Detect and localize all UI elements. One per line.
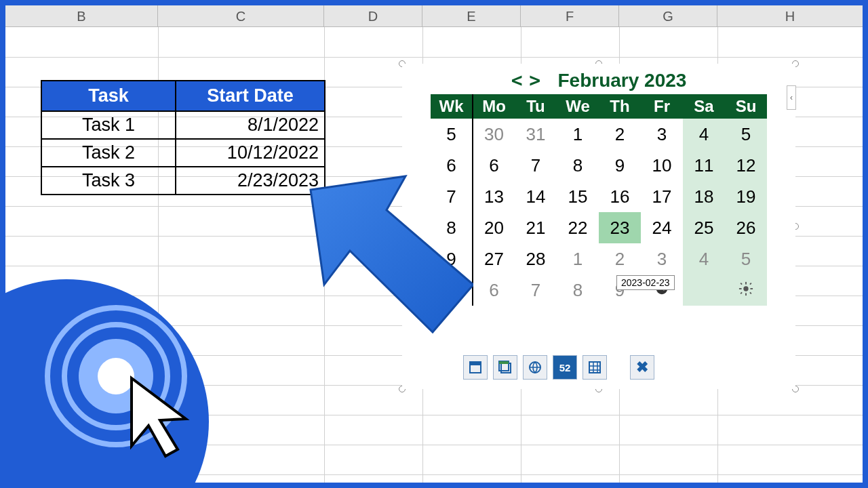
calendar-day bbox=[683, 274, 725, 306]
calendar-grid: WkMoTuWeThFrSaSu530311234566789101112713… bbox=[431, 94, 767, 306]
svg-point-1 bbox=[743, 286, 748, 291]
task-cell[interactable]: Task 3 bbox=[41, 167, 176, 195]
calendar-day[interactable]: 21 bbox=[515, 212, 557, 243]
gear-icon[interactable] bbox=[738, 280, 753, 300]
svg-rect-11 bbox=[470, 362, 481, 365]
table-row[interactable]: Task 3 2/23/2023 bbox=[41, 167, 325, 195]
svg-rect-8 bbox=[749, 283, 751, 285]
calendar-day[interactable]: 11 bbox=[683, 150, 725, 181]
task-cell[interactable]: Task 2 bbox=[41, 139, 176, 167]
dow-header: Th bbox=[599, 94, 641, 119]
svg-rect-3 bbox=[745, 293, 747, 296]
calendar-day[interactable]: 6 bbox=[473, 150, 515, 181]
date-cell[interactable]: 2/23/2023 bbox=[176, 167, 325, 195]
week-number-button[interactable]: 52 bbox=[553, 355, 577, 380]
collapse-toggle[interactable]: ‹ bbox=[787, 85, 796, 110]
calendar-day[interactable]: 1 bbox=[557, 119, 599, 150]
calendar-day[interactable]: 13 bbox=[473, 181, 515, 212]
date-cell[interactable]: 8/1/2022 bbox=[176, 111, 325, 139]
calendar-day[interactable]: 7 bbox=[515, 150, 557, 181]
startdate-header: Start Date bbox=[176, 81, 325, 111]
calendar-day[interactable]: 16 bbox=[599, 181, 641, 212]
calendar-day[interactable]: 6 bbox=[473, 274, 515, 306]
next-month-button[interactable]: > bbox=[529, 69, 542, 92]
calendar-day[interactable]: 2 bbox=[599, 119, 641, 150]
calendar-day[interactable]: 8 bbox=[557, 274, 599, 306]
col-head-f[interactable]: F bbox=[521, 5, 619, 26]
calendar-toolbar: 52 ✖ bbox=[463, 355, 654, 380]
calendar-day[interactable]: 5 bbox=[725, 243, 767, 274]
dow-header: Mo bbox=[473, 94, 515, 119]
date-cell[interactable]: 10/12/2022 bbox=[176, 139, 325, 167]
calendar-month-label[interactable]: February 2023 bbox=[557, 70, 686, 91]
col-head-c[interactable]: C bbox=[158, 5, 324, 26]
calendar-day[interactable]: 8 bbox=[557, 150, 599, 181]
calendar-day[interactable]: 22 bbox=[557, 212, 599, 243]
calendar-day[interactable]: 31 bbox=[515, 119, 557, 150]
table-row[interactable]: Task 1 8/1/2022 bbox=[41, 111, 325, 139]
calendar-day[interactable]: 30 bbox=[473, 119, 515, 150]
calendar-day[interactable]: 18 bbox=[683, 181, 725, 212]
task-cell[interactable]: Task 1 bbox=[41, 111, 176, 139]
globe-button[interactable] bbox=[523, 355, 547, 380]
dow-header: Tu bbox=[515, 94, 557, 119]
calendar-day[interactable]: 25 bbox=[683, 212, 725, 243]
col-head-e[interactable]: E bbox=[422, 5, 521, 26]
task-table: Task Start Date Task 1 8/1/2022 Task 2 1… bbox=[41, 80, 326, 195]
calendar-day[interactable]: 3 bbox=[641, 119, 683, 150]
calendar-day[interactable]: 27 bbox=[473, 243, 515, 274]
calendar-day[interactable]: 20 bbox=[473, 212, 515, 243]
calendar-day[interactable]: 2 bbox=[599, 243, 641, 274]
table-row[interactable]: Task 2 10/12/2022 bbox=[41, 139, 325, 167]
svg-rect-4 bbox=[739, 288, 742, 289]
calendar-day[interactable]: 17 bbox=[641, 181, 683, 212]
brand-logo bbox=[45, 305, 187, 447]
calendar-day[interactable]: 4 bbox=[683, 243, 725, 274]
gear-icon-cell[interactable] bbox=[725, 274, 767, 306]
week-number-cell: 10 bbox=[431, 274, 473, 306]
svg-rect-6 bbox=[741, 283, 743, 285]
col-head-b[interactable]: B bbox=[5, 5, 158, 26]
prev-month-button[interactable]: < bbox=[511, 69, 524, 92]
col-head-h[interactable]: H bbox=[717, 5, 863, 26]
col-head-d[interactable]: D bbox=[324, 5, 422, 26]
date-picker: ‹ < > February 2023 WkMoTuWeThFrSaSu5303… bbox=[402, 64, 795, 389]
cursor-icon bbox=[71, 331, 199, 460]
svg-rect-9 bbox=[741, 291, 743, 293]
week-number-cell: 5 bbox=[431, 119, 473, 150]
calendar-title-bar: < > February 2023 bbox=[402, 64, 795, 94]
calendar-day[interactable]: 7 bbox=[515, 274, 557, 306]
calendar-day[interactable]: 24 bbox=[641, 212, 683, 243]
calendar-day[interactable]: 12 bbox=[725, 150, 767, 181]
calendar-day[interactable]: 9 bbox=[599, 150, 641, 181]
calendar-day[interactable]: 23 bbox=[599, 212, 641, 243]
dow-header: Fr bbox=[641, 94, 683, 119]
calendar-day[interactable]: 5 bbox=[725, 119, 767, 150]
calendar-day[interactable]: 26 bbox=[725, 212, 767, 243]
week-number-cell: 9 bbox=[431, 243, 473, 274]
calendar-day[interactable]: 4 bbox=[683, 119, 725, 150]
column-headers: B C D E F G H bbox=[5, 5, 863, 27]
window-mode-1-button[interactable] bbox=[463, 355, 488, 380]
svg-rect-14 bbox=[499, 361, 509, 364]
calendar-day[interactable]: 1 bbox=[557, 243, 599, 274]
svg-rect-7 bbox=[749, 291, 751, 293]
date-picker-object[interactable]: ‹ < > February 2023 WkMoTuWeThFrSaSu5303… bbox=[402, 64, 795, 389]
week-number-cell: 7 bbox=[431, 181, 473, 212]
spreadsheet-canvas: B C D E F G H bbox=[5, 5, 863, 483]
svg-rect-2 bbox=[745, 281, 747, 284]
svg-rect-16 bbox=[589, 362, 600, 373]
close-button[interactable]: ✖ bbox=[630, 355, 654, 380]
calendar-day[interactable]: 28 bbox=[515, 243, 557, 274]
grid-button[interactable] bbox=[583, 355, 607, 380]
calendar-day[interactable]: 15 bbox=[557, 181, 599, 212]
calendar-day[interactable]: 3 bbox=[641, 243, 683, 274]
calendar-day[interactable]: 14 bbox=[515, 181, 557, 212]
date-tooltip: 2023-02-23 bbox=[616, 275, 675, 290]
window-mode-2-button[interactable] bbox=[493, 355, 517, 380]
calendar-day[interactable]: 19 bbox=[725, 181, 767, 212]
calendar-day[interactable]: 10 bbox=[641, 150, 683, 181]
week-number-cell: 8 bbox=[431, 212, 473, 243]
dow-header: Su bbox=[725, 94, 767, 119]
col-head-g[interactable]: G bbox=[619, 5, 717, 26]
